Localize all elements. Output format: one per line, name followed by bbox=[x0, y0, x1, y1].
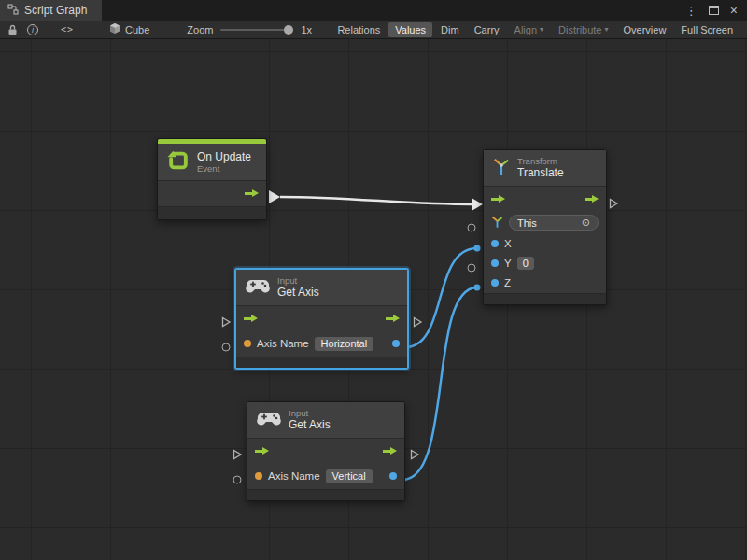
y-input-port[interactable] bbox=[491, 259, 499, 267]
flow-out-port[interactable] bbox=[585, 195, 599, 203]
dim-button[interactable]: Dim bbox=[434, 22, 466, 37]
values-button[interactable]: Values bbox=[388, 22, 432, 37]
graph-canvas[interactable]: On Update Event bbox=[0, 39, 747, 560]
node-footer bbox=[158, 206, 266, 219]
object-picker-icon[interactable]: ⊙ bbox=[582, 217, 590, 229]
flow-in-port[interactable] bbox=[244, 315, 258, 323]
distribute-label: Distribute bbox=[558, 24, 601, 35]
node-subtitle: Event bbox=[197, 163, 251, 174]
maximize-icon[interactable] bbox=[709, 6, 719, 15]
distribute-dropdown[interactable]: Distribute ▾ bbox=[552, 22, 614, 37]
toolbar-buttons: Relations Values Dim Carry Align ▾ Distr… bbox=[331, 22, 740, 37]
y-value-input[interactable]: 0 bbox=[517, 257, 534, 270]
carry-button[interactable]: Carry bbox=[468, 22, 506, 37]
node-get-axis-vertical[interactable]: Input Get Axis Axis Name Vertical bbox=[247, 401, 405, 501]
y-pin-circle-icon[interactable] bbox=[468, 264, 476, 273]
wire-on-update-to-translate[interactable] bbox=[280, 197, 472, 204]
flow-out-port[interactable] bbox=[245, 189, 259, 198]
node-title: Translate bbox=[517, 166, 564, 179]
flow-in-port[interactable] bbox=[491, 195, 505, 203]
info-icon[interactable]: i bbox=[27, 24, 38, 35]
script-graph-window: Script Graph ⋮ × i <> Cube bbox=[0, 0, 747, 560]
node-header: On Update Event bbox=[158, 144, 266, 181]
menu-icon[interactable]: ⋮ bbox=[685, 5, 698, 17]
value-out-port[interactable] bbox=[389, 472, 397, 480]
node-category: Input bbox=[277, 275, 319, 286]
axis-name-input[interactable]: Vertical bbox=[326, 469, 373, 483]
node-title: Get Axis bbox=[289, 418, 331, 431]
this-object-field[interactable]: This ⊙ bbox=[509, 215, 599, 231]
node-category: Input bbox=[289, 408, 331, 418]
zoom-slider[interactable] bbox=[220, 29, 293, 31]
align-label: Align bbox=[514, 24, 537, 35]
wire-endpoint[interactable] bbox=[474, 245, 481, 252]
lock-icon[interactable] bbox=[7, 24, 18, 35]
overview-button[interactable]: Overview bbox=[617, 22, 673, 37]
graph-owner[interactable]: Cube bbox=[109, 22, 149, 36]
zoom-label: Zoom bbox=[187, 24, 213, 35]
flow-out-port[interactable] bbox=[383, 447, 397, 455]
wire-horizontal-to-x[interactable] bbox=[405, 248, 477, 347]
node-translate[interactable]: Transform Translate This ⊙ bbox=[483, 149, 607, 305]
axis-name-input[interactable]: Horizontal bbox=[315, 337, 374, 351]
titlebar: Script Graph ⋮ × bbox=[0, 0, 747, 21]
axis-name-label: Axis Name bbox=[257, 338, 309, 349]
zoom-value: 1x bbox=[301, 24, 312, 35]
z-port-label: Z bbox=[504, 277, 511, 288]
chevron-down-icon: ▾ bbox=[605, 26, 609, 34]
window-controls: ⋮ × bbox=[685, 0, 747, 21]
relations-button[interactable]: Relations bbox=[331, 22, 387, 37]
update-loop-icon bbox=[167, 149, 190, 175]
this-value: This bbox=[517, 217, 537, 229]
close-icon[interactable]: × bbox=[730, 4, 738, 17]
flow-in-port[interactable] bbox=[255, 447, 269, 455]
flow-out-pin-triangle-icon[interactable] bbox=[413, 316, 423, 328]
node-footer bbox=[236, 357, 407, 368]
flow-in-pin-triangle-icon[interactable] bbox=[233, 449, 243, 460]
gamepad-icon bbox=[246, 279, 270, 296]
zoom-control: Zoom 1x bbox=[187, 24, 312, 35]
align-dropdown[interactable]: Align ▾ bbox=[508, 22, 550, 37]
node-footer bbox=[484, 293, 606, 304]
node-get-axis-horizontal[interactable]: Input Get Axis Axis Name Horizontal bbox=[235, 269, 408, 369]
wire-arrowhead[interactable] bbox=[269, 190, 280, 203]
x-port-label: X bbox=[504, 238, 512, 249]
gamepad-icon bbox=[257, 412, 281, 428]
node-title: On Update bbox=[197, 150, 251, 163]
graph-toolbar: i <> Cube Zoom 1x Relations Values Dim bbox=[0, 21, 747, 39]
wire-arrowhead[interactable] bbox=[472, 198, 483, 211]
node-footer bbox=[247, 489, 404, 500]
node-header: Input Get Axis bbox=[236, 270, 407, 306]
flow-in-pin-triangle-icon[interactable] bbox=[221, 316, 232, 328]
node-category: Transform bbox=[517, 156, 564, 166]
full-screen-button[interactable]: Full Screen bbox=[674, 22, 740, 37]
transform-icon bbox=[493, 156, 510, 179]
axis-name-port[interactable] bbox=[244, 340, 251, 347]
flow-out-port[interactable] bbox=[386, 315, 400, 323]
z-input-port[interactable] bbox=[491, 279, 499, 287]
axis-name-port[interactable] bbox=[255, 472, 262, 480]
tab-title: Script Graph bbox=[24, 4, 87, 17]
transform-mini-icon bbox=[491, 215, 503, 231]
tab-script-graph[interactable]: Script Graph bbox=[0, 0, 102, 21]
axis-name-pin-circle-icon[interactable] bbox=[222, 343, 231, 352]
flow-out-pin-triangle-icon[interactable] bbox=[609, 198, 619, 209]
axis-name-pin-circle-icon[interactable] bbox=[233, 476, 242, 484]
this-pin-circle-icon[interactable] bbox=[468, 224, 476, 232]
graph-tab-icon bbox=[7, 4, 19, 18]
graph-owner-name: Cube bbox=[125, 24, 149, 35]
cube-icon bbox=[109, 22, 120, 36]
code-view-icon[interactable]: <> bbox=[61, 24, 74, 35]
value-out-port[interactable] bbox=[392, 340, 400, 347]
zoom-slider-handle[interactable] bbox=[284, 25, 293, 35]
node-header: Input Get Axis bbox=[247, 402, 404, 439]
wire-endpoint[interactable] bbox=[474, 285, 481, 291]
node-header: Transform Translate bbox=[484, 150, 606, 187]
node-on-update[interactable]: On Update Event bbox=[157, 138, 267, 220]
chevron-down-icon: ▾ bbox=[540, 26, 543, 34]
x-input-port[interactable] bbox=[491, 240, 499, 247]
node-title: Get Axis bbox=[277, 286, 319, 299]
y-port-label: Y bbox=[504, 258, 512, 269]
flow-out-pin-triangle-icon[interactable] bbox=[410, 449, 420, 460]
axis-name-label: Axis Name bbox=[268, 470, 320, 482]
